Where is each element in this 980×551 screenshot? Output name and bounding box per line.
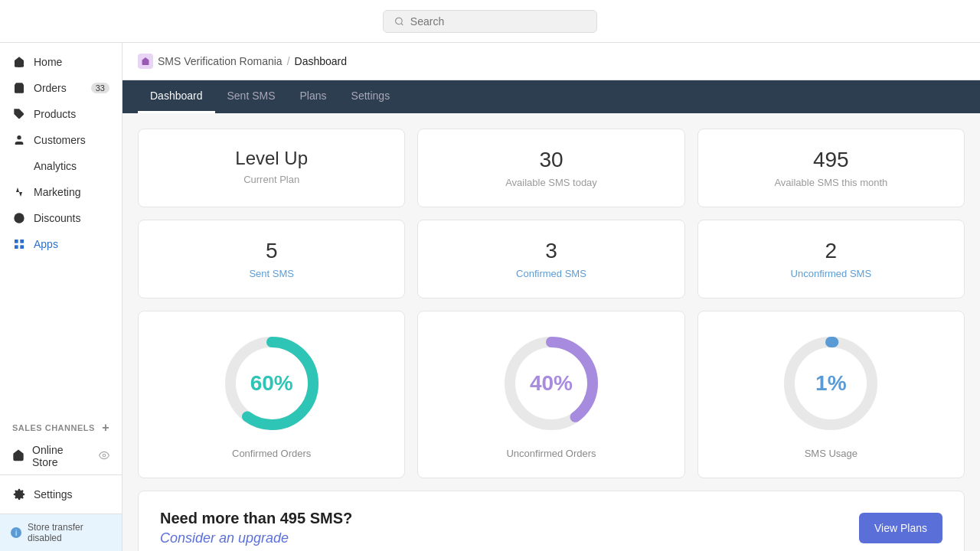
tab-sent-sms[interactable]: Sent SMS: [215, 80, 288, 113]
home-icon: [12, 55, 26, 69]
products-icon: [12, 107, 26, 121]
sidebar-item-home[interactable]: Home: [0, 49, 122, 75]
chart-unconfirmed-orders: 40% Unconfirmed Orders: [417, 311, 684, 478]
dashboard-content: Level Up Current Plan 30 Available SMS t…: [122, 113, 980, 551]
sms-today-value: 30: [436, 148, 665, 172]
sidebar-label-marketing: Marketing: [34, 186, 80, 198]
card-sms-month: 495 Available SMS this month: [697, 129, 965, 207]
card-unconfirmed-sms: 2 Unconfirmed SMS: [697, 220, 965, 298]
sidebar-item-analytics[interactable]: Analytics: [0, 153, 122, 179]
cta-text: Need more than 495 SMS? Consider an upgr…: [160, 510, 352, 546]
plan-value: Level Up: [157, 148, 386, 169]
tab-settings[interactable]: Settings: [339, 80, 403, 113]
info-icon: i: [11, 527, 21, 538]
sidebar-nav: Home Orders 33 Products: [0, 43, 122, 412]
sidebar: Home Orders 33 Products: [0, 43, 122, 551]
analytics-icon: [12, 159, 26, 173]
sidebar-item-online-store[interactable]: Online Store: [0, 438, 122, 474]
sidebar-label-home: Home: [34, 56, 62, 68]
donut-sms-center: 1%: [815, 371, 846, 396]
sent-sms-label: Sent SMS: [157, 268, 386, 279]
cta-sub-text: Consider an upgrade: [160, 530, 352, 546]
chart-confirmed-orders: 60% Confirmed Orders: [138, 311, 405, 478]
sent-sms-value: 5: [157, 239, 386, 263]
svg-rect-17: [20, 245, 24, 249]
unconfirmed-percent: 40%: [530, 371, 573, 396]
search-icon: [394, 16, 404, 27]
sidebar-item-settings[interactable]: Settings: [0, 481, 122, 507]
layout: Home Orders 33 Products: [0, 43, 980, 551]
marketing-icon: [12, 185, 26, 199]
unconfirmed-sms-value: 2: [717, 239, 946, 263]
sidebar-item-marketing[interactable]: Marketing: [0, 179, 122, 205]
sidebar-item-products[interactable]: Products: [0, 101, 122, 127]
orders-badge: 33: [91, 83, 109, 93]
card-confirmed-sms: 3 Confirmed SMS: [417, 220, 684, 298]
sms-month-label: Available SMS this month: [717, 177, 946, 188]
donut-confirmed: 60%: [218, 330, 325, 437]
confirmed-sms-label: Confirmed SMS: [436, 268, 665, 279]
plan-label: Current Plan: [157, 174, 386, 185]
tab-dashboard[interactable]: Dashboard: [138, 80, 215, 113]
cta-main-text: Need more than 495 SMS?: [160, 510, 352, 527]
apps-icon: [12, 237, 26, 251]
svg-rect-16: [20, 240, 24, 243]
stats-row-2: 5 Sent SMS 3 Confirmed SMS 2 Unconfirmed…: [138, 220, 965, 298]
sidebar-section-sales-channels: SALES CHANNELS +: [0, 412, 122, 438]
unconfirmed-sms-label: Unconfirmed SMS: [717, 268, 946, 279]
sidebar-label-analytics: Analytics: [34, 160, 77, 172]
view-plans-button[interactable]: View Plans: [859, 513, 942, 543]
store-transfer-bar: i Store transfer disabled: [0, 514, 122, 551]
sidebar-label-apps: Apps: [34, 238, 58, 250]
settings-label: Settings: [34, 488, 73, 500]
donut-sms-usage: 1%: [777, 330, 884, 437]
confirmed-sms-value: 3: [436, 239, 665, 263]
store-transfer-label: Store transfer disabled: [28, 522, 111, 543]
tab-plans[interactable]: Plans: [288, 80, 339, 113]
card-sms-today: 30 Available SMS today: [417, 129, 684, 207]
svg-rect-18: [15, 245, 18, 249]
orders-icon: [12, 81, 26, 95]
breadcrumb-current: Dashboard: [295, 55, 348, 67]
svg-point-4: [17, 135, 21, 139]
online-store-icon: [12, 449, 24, 464]
breadcrumb-app-link[interactable]: SMS Verification Romania: [158, 55, 283, 67]
confirmed-orders-label: Confirmed Orders: [232, 448, 311, 459]
svg-rect-15: [15, 240, 18, 243]
breadcrumb-separator: /: [287, 55, 290, 67]
app-icon: [138, 54, 153, 69]
tab-bar: Dashboard Sent SMS Plans Settings: [122, 80, 980, 113]
stats-row-1: Level Up Current Plan 30 Available SMS t…: [138, 129, 965, 207]
donut-confirmed-center: 60%: [250, 371, 293, 396]
main-content: SMS Verification Romania / Dashboard Das…: [122, 43, 980, 551]
sms-usage-percent: 1%: [815, 371, 846, 396]
eye-icon[interactable]: [99, 450, 109, 463]
breadcrumb: SMS Verification Romania / Dashboard: [122, 43, 980, 80]
top-bar: [0, 0, 980, 43]
online-store-label: Online Store: [32, 444, 91, 468]
sms-month-value: 495: [717, 148, 946, 172]
svg-line-1: [401, 23, 403, 24]
customers-icon: [12, 133, 26, 147]
chart-sms-usage: 1% SMS Usage: [697, 311, 965, 478]
sidebar-label-orders: Orders: [34, 82, 67, 94]
settings-icon: [12, 487, 26, 501]
add-sales-channel-icon[interactable]: +: [102, 421, 109, 435]
sidebar-bottom: Settings: [0, 474, 122, 514]
svg-point-19: [103, 454, 106, 457]
sidebar-label-discounts: Discounts: [34, 212, 80, 224]
sidebar-label-customers: Customers: [34, 134, 86, 146]
search-box[interactable]: [383, 10, 597, 33]
sidebar-item-orders[interactable]: Orders 33: [0, 75, 122, 101]
sidebar-item-discounts[interactable]: Discounts: [0, 205, 122, 231]
sidebar-item-apps[interactable]: Apps: [0, 231, 122, 257]
sidebar-label-products: Products: [34, 108, 76, 120]
sms-usage-label: SMS Usage: [805, 448, 858, 459]
cta-banner: Need more than 495 SMS? Consider an upgr…: [138, 491, 965, 551]
donut-unconfirmed-center: 40%: [530, 371, 573, 396]
sms-today-label: Available SMS today: [436, 177, 665, 188]
unconfirmed-orders-label: Unconfirmed Orders: [506, 448, 596, 459]
sidebar-item-customers[interactable]: Customers: [0, 127, 122, 153]
card-sent-sms: 5 Sent SMS: [138, 220, 405, 298]
search-input[interactable]: [410, 15, 586, 28]
